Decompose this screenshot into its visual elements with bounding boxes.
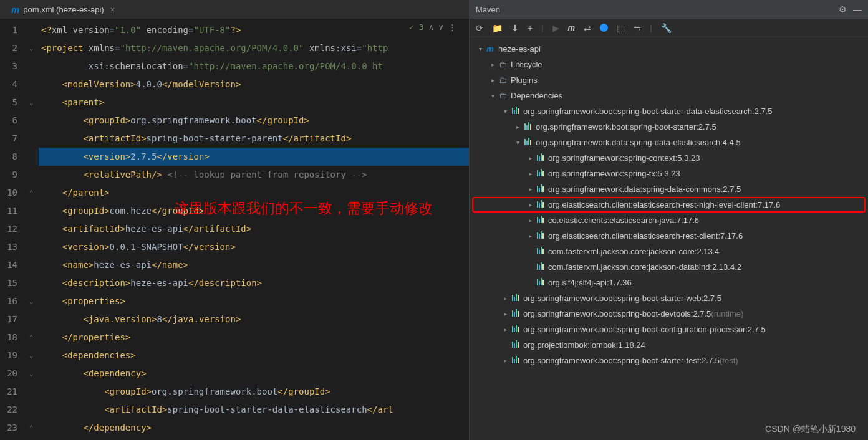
reload-icon[interactable]: ⟳ <box>476 23 483 33</box>
code-line[interactable]: <relativePath/> <!-- lookup parent from … <box>39 166 469 184</box>
tree-item[interactable]: com.fasterxml.jackson.core:jackson-datab… <box>472 259 866 275</box>
tree-item[interactable]: ▸org.elasticsearch.client:elasticsearch-… <box>472 228 866 244</box>
red-annotation: 这里版本跟我们的不一致，需要手动修改 <box>175 199 433 218</box>
fold-gutter: ⌄⌄⌃⌄⌃⌄⌄⌃ <box>24 19 39 440</box>
watermark: CSDN @蜡笔小新1980 <box>765 424 856 435</box>
code-line[interactable]: <parent> <box>39 93 469 112</box>
tree-item[interactable]: ▾mheze-es-api <box>472 41 866 57</box>
code-line[interactable]: <dependency> <box>39 365 469 383</box>
tree-item[interactable]: ▸org.springframework.data:spring-data-co… <box>472 181 866 197</box>
tree-item[interactable]: ▸org.springframework.boot:spring-boot-st… <box>472 290 866 306</box>
code-line[interactable]: <java.version>8</java.version> <box>39 310 469 328</box>
code-line[interactable]: <?xml version="1.0" encoding="UTF-8"?> <box>39 21 469 39</box>
offline-mode-icon[interactable] <box>600 24 608 32</box>
code-line[interactable]: <version>0.0.1-SNAPSHOT</version> <box>39 238 469 256</box>
tree-item[interactable]: ▸🗀Lifecycle <box>472 57 866 72</box>
code-line[interactable]: <modelVersion>4.0.0</modelVersion> <box>39 75 469 93</box>
generate-sources-icon[interactable]: 📁 <box>492 23 503 33</box>
tree-item[interactable]: ▾🗀Dependencies <box>472 88 866 103</box>
tree-item[interactable]: com.fasterxml.jackson.core:jackson-core:… <box>472 244 866 259</box>
maven-pane: Maven ⚙ — ⟳ 📁 ⬇ + | ▶ m ⇄ ⬚ ⇋ | 🔧 ▾mheze… <box>469 0 868 440</box>
tree-item[interactable]: ▸org.springframework.boot:spring-boot-st… <box>472 353 866 368</box>
tree-item[interactable]: ▸🗀Plugins <box>472 72 866 88</box>
tree-item[interactable]: ▸org.springframework.boot:spring-boot-st… <box>472 119 866 135</box>
code-line[interactable]: xsi:schemaLocation="http://maven.apache.… <box>39 57 469 75</box>
add-icon[interactable]: + <box>528 23 533 33</box>
run-icon[interactable]: ▶ <box>552 23 559 33</box>
maven-tree[interactable]: ▾mheze-es-api▸🗀Lifecycle▸🗀Plugins▾🗀Depen… <box>470 37 868 440</box>
code-line[interactable]: <description>heze-es-api</description> <box>39 274 469 292</box>
tree-item[interactable]: ▾org.springframework.data:spring-data-el… <box>472 135 866 150</box>
editor-body[interactable]: ✓ 3 ∧ ∨ ⋮ 123456789101112131415161718192… <box>0 19 469 440</box>
tab-bar: m pom.xml (heze-es-api) × <box>0 0 469 19</box>
code-line[interactable]: <artifactId>spring-boot-starter-parent</… <box>39 130 469 148</box>
code-line[interactable]: <project xmlns="http://maven.apache.org/… <box>39 39 469 57</box>
code-line[interactable]: <version>2.7.5</version> <box>39 148 469 166</box>
code-line[interactable]: </dependency> <box>39 419 469 437</box>
file-tab[interactable]: m pom.xml (heze-es-api) × <box>5 1 121 19</box>
collapse-icon[interactable]: ⇋ <box>634 23 641 33</box>
show-deps-icon[interactable]: ⬚ <box>617 23 625 33</box>
code-line[interactable]: <properties> <box>39 292 469 310</box>
toggle-skip-tests-icon[interactable]: ⇄ <box>584 23 591 33</box>
tree-item[interactable]: ▾org.springframework.boot:spring-boot-st… <box>472 103 866 119</box>
code-line[interactable]: <dependencies> <box>39 347 469 365</box>
problem-count: 3 <box>419 22 424 32</box>
editor-pane: m pom.xml (heze-es-api) × ✓ 3 ∧ ∨ ⋮ 1234… <box>0 0 469 440</box>
settings-icon[interactable]: ⚙ <box>839 4 847 14</box>
tree-item[interactable]: ▸co.elastic.clients:elasticsearch-java:7… <box>472 213 866 228</box>
execute-maven-icon[interactable]: m <box>568 23 576 32</box>
maven-header: Maven ⚙ — <box>470 0 868 19</box>
maven-toolbar: ⟳ 📁 ⬇ + | ▶ m ⇄ ⬚ ⇋ | 🔧 <box>470 19 868 37</box>
analysis-indicator[interactable]: ✓ 3 ∧ ∨ ⋮ <box>409 22 456 32</box>
code-line[interactable]: <artifactId>spring-boot-starter-data-ela… <box>39 401 469 419</box>
tree-item[interactable]: ▸org.springframework:spring-context:5.3.… <box>472 150 866 166</box>
code-area[interactable]: 这里版本跟我们的不一致，需要手动修改 <?xml version="1.0" e… <box>39 19 469 440</box>
tree-item[interactable]: ▸org.springframework:spring-tx:5.3.23 <box>472 166 866 181</box>
tree-item[interactable]: org.slf4j:slf4j-api:1.7.36 <box>472 275 866 290</box>
code-line[interactable]: <groupId>org.springframework.boot</group… <box>39 112 469 130</box>
code-line[interactable]: </properties> <box>39 328 469 347</box>
tree-item[interactable]: ▸org.elasticsearch.client:elasticsearch-… <box>472 197 866 213</box>
tree-item[interactable]: ▸org.springframework.boot:spring-boot-de… <box>472 306 866 322</box>
nav-arrows[interactable]: ∧ ∨ <box>429 22 443 32</box>
check-icon: ✓ <box>409 22 414 32</box>
download-icon[interactable]: ⬇ <box>511 23 519 33</box>
line-gutter: 1234567891011121314151617181920212223 <box>0 19 24 440</box>
more-icon[interactable]: ⋮ <box>448 22 456 32</box>
maven-file-icon: m <box>11 4 19 15</box>
code-line[interactable]: <artifactId>heze-es-api</artifactId> <box>39 220 469 238</box>
close-tab-icon[interactable]: × <box>110 5 115 14</box>
maven-title: Maven <box>476 5 500 14</box>
tab-title: pom.xml (heze-es-api) <box>23 5 104 14</box>
tree-item[interactable]: ▸org.springframework.boot:spring-boot-co… <box>472 322 866 337</box>
code-line[interactable]: <groupId>org.springframework.boot</group… <box>39 383 469 401</box>
code-line[interactable]: <name>heze-es-api</name> <box>39 256 469 274</box>
tree-item[interactable]: org.projectlombok:lombok:1.18.24 <box>472 337 866 353</box>
wrench-icon[interactable]: 🔧 <box>661 23 672 33</box>
minimize-icon[interactable]: — <box>853 4 862 14</box>
